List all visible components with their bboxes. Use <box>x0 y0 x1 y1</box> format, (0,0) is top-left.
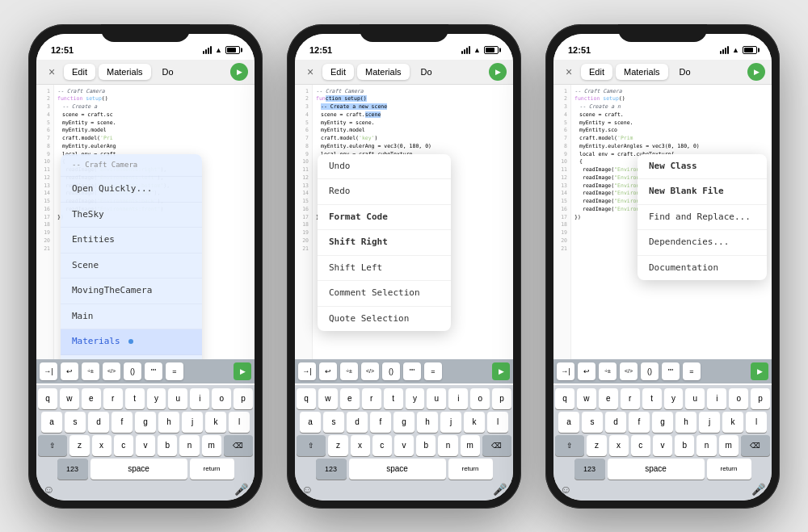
equals-btn[interactable]: = <box>166 362 183 380</box>
key-k-3[interactable]: k <box>722 412 743 433</box>
key-v-3[interactable]: v <box>653 435 672 456</box>
key-t-3[interactable]: t <box>642 388 662 409</box>
key-g-2[interactable]: g <box>393 412 415 433</box>
key-backspace-2[interactable]: ⌫ <box>482 435 511 456</box>
indent-btn-2[interactable]: →| <box>298 362 316 380</box>
key-f[interactable]: f <box>112 412 133 433</box>
key-j-3[interactable]: j <box>699 412 720 433</box>
redo-item[interactable]: Redo <box>318 179 451 205</box>
indent-btn-3[interactable]: →| <box>557 362 574 380</box>
key-t-2[interactable]: t <box>384 388 403 409</box>
key-i-2[interactable]: i <box>448 388 468 409</box>
key-m[interactable]: m <box>202 435 221 456</box>
key-123[interactable]: 123 <box>57 459 88 480</box>
key-c-3[interactable]: c <box>631 435 650 456</box>
play-button-1[interactable]: ▶ <box>230 63 248 81</box>
key-shift-2[interactable]: ⇧ <box>297 435 326 456</box>
key-n-3[interactable]: n <box>696 435 716 456</box>
key-x[interactable]: x <box>92 435 112 456</box>
key-p-3[interactable]: p <box>751 388 770 409</box>
key-r-3[interactable]: r <box>621 388 640 409</box>
key-q[interactable]: q <box>38 388 57 409</box>
key-q-2[interactable]: q <box>297 388 316 409</box>
key-l[interactable]: l <box>229 412 250 433</box>
panel-item-movingthecamera[interactable]: MovingTheCamera <box>61 279 202 304</box>
key-r-2[interactable]: r <box>362 388 381 409</box>
key-v[interactable]: v <box>136 435 155 456</box>
do-button-1[interactable]: Do <box>154 64 182 80</box>
play-button-3[interactable]: ▶ <box>747 63 765 81</box>
key-i-3[interactable]: i <box>707 388 726 409</box>
equals-btn-2[interactable]: = <box>424 362 442 380</box>
key-e-2[interactable]: e <box>340 388 360 409</box>
key-u-3[interactable]: u <box>685 388 705 409</box>
key-s-3[interactable]: s <box>582 412 603 433</box>
key-i[interactable]: i <box>190 388 209 409</box>
edit-button-3[interactable]: Edit <box>581 64 612 80</box>
key-d[interactable]: d <box>88 412 109 433</box>
mic-icon-3[interactable]: 🎤 <box>751 483 765 496</box>
key-h[interactable]: h <box>158 412 179 433</box>
key-f-2[interactable]: f <box>370 412 391 433</box>
panel-item-open-quickly[interactable]: Open Quickly... <box>61 177 202 203</box>
key-shift-3[interactable]: ⇧ <box>555 435 584 456</box>
key-j[interactable]: j <box>182 412 203 433</box>
key-z[interactable]: z <box>69 435 89 456</box>
key-return-3[interactable]: return <box>707 459 751 480</box>
key-a[interactable]: a <box>41 412 62 433</box>
indent-btn[interactable]: →| <box>40 362 57 380</box>
close-button-3[interactable]: × <box>560 63 578 81</box>
key-b[interactable]: b <box>158 435 177 456</box>
key-l-3[interactable]: l <box>746 412 767 433</box>
key-e[interactable]: e <box>82 388 101 409</box>
tag-btn-3[interactable]: </> <box>620 362 638 380</box>
key-s-2[interactable]: s <box>323 412 344 433</box>
panel-item-materials[interactable]: Materials <box>61 329 202 355</box>
quote-btn-3[interactable]: "" <box>662 362 680 380</box>
key-c[interactable]: c <box>114 435 133 456</box>
format-code-item[interactable]: Format Code <box>318 205 451 231</box>
shift-right-item[interactable]: Shift Right <box>318 230 451 256</box>
key-l-2[interactable]: l <box>487 412 508 433</box>
do-button-3[interactable]: Do <box>671 64 699 80</box>
do-button-2[interactable]: Do <box>413 64 440 80</box>
key-e-3[interactable]: e <box>599 388 618 409</box>
key-y-2[interactable]: y <box>406 388 425 409</box>
key-space[interactable]: space <box>90 459 187 480</box>
key-k-2[interactable]: k <box>464 412 485 433</box>
materials-button-2[interactable]: Materials <box>357 64 410 80</box>
key-h-2[interactable]: h <box>417 412 438 433</box>
key-m-3[interactable]: m <box>719 435 739 456</box>
key-shift[interactable]: ⇧ <box>38 435 67 456</box>
key-y[interactable]: y <box>147 388 166 409</box>
mic-icon-2[interactable]: 🎤 <box>493 483 507 496</box>
materials-button-1[interactable]: Materials <box>99 64 151 80</box>
key-d-3[interactable]: d <box>605 412 626 433</box>
key-p-2[interactable]: p <box>492 388 511 409</box>
paren-btn-2[interactable]: () <box>382 362 400 380</box>
key-b-3[interactable]: b <box>675 435 694 456</box>
ops-btn[interactable]: ÷± <box>82 362 99 380</box>
panel-item-thesky[interactable]: TheSky <box>61 203 202 228</box>
edit-button-1[interactable]: Edit <box>64 64 95 80</box>
close-button-2[interactable]: × <box>301 63 319 81</box>
key-r[interactable]: r <box>103 388 123 409</box>
key-y-3[interactable]: y <box>664 388 684 409</box>
kb-play-btn-2[interactable]: ▶ <box>492 362 510 380</box>
paren-btn[interactable]: () <box>124 362 141 380</box>
ops-btn-3[interactable]: ÷± <box>599 362 617 380</box>
dependencies-item[interactable]: Dependencies... <box>638 230 767 256</box>
key-v-2[interactable]: v <box>394 435 414 456</box>
key-o-2[interactable]: o <box>470 388 490 409</box>
shift-left-item[interactable]: Shift Left <box>318 256 451 282</box>
key-n-2[interactable]: n <box>438 435 457 456</box>
panel-item-entities[interactable]: Entities <box>61 228 202 253</box>
key-p[interactable]: p <box>234 388 253 409</box>
key-space-2[interactable]: space <box>349 459 446 480</box>
key-u-2[interactable]: u <box>427 388 446 409</box>
key-t[interactable]: t <box>125 388 145 409</box>
equals-btn-3[interactable]: = <box>683 362 701 380</box>
tag-btn[interactable]: </> <box>103 362 120 380</box>
key-j-2[interactable]: j <box>440 412 461 433</box>
undo-btn[interactable]: ↩ <box>61 362 78 380</box>
